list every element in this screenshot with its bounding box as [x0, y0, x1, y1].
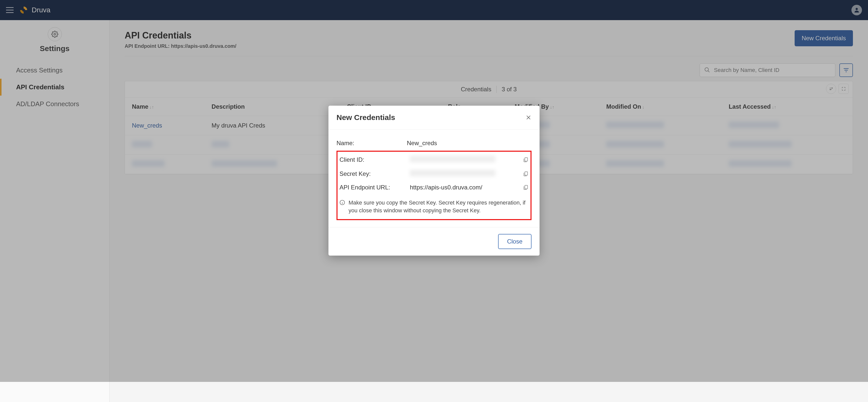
- secret-key-label: Secret Key:: [340, 170, 407, 177]
- endpoint-label: API Endpoint URL:: [340, 184, 407, 191]
- secret-key-value-redacted: [410, 170, 495, 176]
- highlighted-section: Client ID: Secret Key: API Endpoint URL:…: [337, 151, 531, 220]
- copy-endpoint-icon[interactable]: [523, 185, 528, 190]
- new-credentials-modal: New Credentials Name: New_creds Client I…: [329, 106, 539, 256]
- info-icon: [340, 200, 345, 214]
- close-icon[interactable]: [525, 114, 531, 120]
- info-text: Make sure you copy the Secret Key. Secre…: [348, 199, 528, 214]
- close-button[interactable]: Close: [498, 234, 531, 249]
- svg-rect-6: [525, 172, 527, 175]
- copy-secret-key-icon[interactable]: [523, 171, 528, 177]
- svg-rect-5: [525, 158, 527, 161]
- client-id-label: Client ID:: [340, 156, 407, 163]
- modal-title: New Credentials: [337, 113, 395, 122]
- modal-overlay: New Credentials Name: New_creds Client I…: [0, 0, 868, 382]
- svg-rect-7: [525, 185, 527, 189]
- endpoint-value: https://apis-us0.druva.com/: [410, 184, 521, 191]
- name-label: Name:: [337, 140, 404, 147]
- client-id-value-redacted: [410, 156, 495, 162]
- name-value: New_creds: [407, 140, 531, 147]
- copy-client-id-icon[interactable]: [523, 157, 528, 163]
